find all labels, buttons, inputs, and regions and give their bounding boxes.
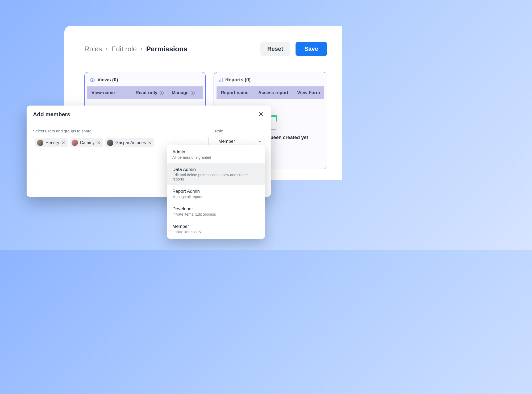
avatar — [72, 140, 78, 146]
role-option[interactable]: DeveloperInitiate items, Edit process — [167, 203, 265, 220]
role-option-title: Report Admin — [172, 189, 260, 194]
user-name: Cammy — [80, 140, 95, 145]
col-read-only: Read-only i — [131, 90, 168, 95]
role-option-title: Data Admin — [172, 167, 260, 172]
col-read-only-label: Read-only — [136, 90, 157, 95]
role-option[interactable]: AdminAll permissions granted — [167, 146, 265, 163]
role-option-sub: All permissions granted — [172, 155, 260, 160]
user-token: Hendry✕ — [35, 138, 68, 147]
role-option[interactable]: Report AdminManage all reports — [167, 185, 265, 203]
avatar — [107, 140, 113, 146]
col-access-report: Access report — [256, 90, 291, 95]
role-option-title: Admin — [172, 149, 260, 155]
user-name: Gaspar Antunes — [115, 140, 146, 145]
col-manage: Manage i — [168, 90, 198, 95]
views-title: Views (0) — [97, 77, 118, 83]
remove-icon[interactable]: ✕ — [97, 140, 101, 146]
close-icon[interactable]: ✕ — [257, 111, 264, 118]
col-view-name: View name — [92, 90, 131, 95]
save-button[interactable]: Save — [296, 42, 327, 56]
views-panel-header: Views (0) — [85, 72, 205, 86]
info-icon[interactable]: i — [160, 91, 164, 95]
reports-table-head: Report name Access report View Form — [217, 86, 324, 99]
breadcrumb: Roles › Edit role › Permissions — [84, 45, 187, 53]
header-buttons: Reset Save — [260, 42, 327, 56]
col-view-form: View Form — [291, 90, 320, 95]
user-token: Cammy✕ — [70, 138, 103, 147]
avatar — [37, 140, 43, 146]
reports-title: Reports (0) — [225, 77, 251, 83]
eye-icon — [90, 78, 95, 82]
role-option-title: Developer — [172, 206, 260, 212]
role-value: Member — [218, 139, 235, 144]
role-option[interactable]: MemberInitiate items only — [167, 220, 265, 238]
col-report-name: Report name — [221, 90, 256, 95]
chevron-right-icon: › — [106, 45, 107, 52]
views-table-head: View name Read-only i Manage i — [87, 86, 203, 99]
modal-header: Add members ✕ — [27, 106, 271, 123]
remove-icon[interactable]: ✕ — [148, 140, 152, 146]
crumb-edit-role[interactable]: Edit role — [111, 45, 137, 53]
chevron-right-icon: › — [140, 45, 142, 52]
remove-icon[interactable]: ✕ — [61, 140, 65, 146]
reset-button[interactable]: Reset — [260, 42, 290, 56]
role-option-sub: Initiate items only — [172, 230, 260, 234]
crumb-permissions: Permissions — [146, 45, 188, 53]
header-row: Roles › Edit role › Permissions Reset Sa… — [84, 42, 327, 56]
user-token: Gaspar Antunes✕ — [105, 138, 155, 147]
bar-chart-icon — [219, 78, 223, 82]
users-label: Select users and groups to share — [33, 129, 209, 133]
user-name: Hendry — [45, 140, 59, 145]
role-option-title: Member — [172, 224, 260, 229]
chevron-down-icon: ▾ — [259, 140, 261, 144]
role-label: Role — [215, 129, 264, 133]
role-option[interactable]: Data AdminEdit and delete process data, … — [167, 163, 265, 185]
modal-title: Add members — [33, 111, 70, 118]
role-option-sub: Edit and delete process data, view and c… — [172, 173, 260, 181]
role-option-sub: Manage all reports — [172, 195, 260, 199]
role-option-sub: Initiate items, Edit process — [172, 212, 260, 216]
role-dropdown: AdminAll permissions grantedData AdminEd… — [167, 145, 265, 239]
reports-panel-header: Reports (0) — [214, 72, 327, 86]
info-icon[interactable]: i — [191, 91, 195, 95]
col-manage-label: Manage — [172, 90, 188, 95]
crumb-roles[interactable]: Roles — [84, 45, 102, 53]
